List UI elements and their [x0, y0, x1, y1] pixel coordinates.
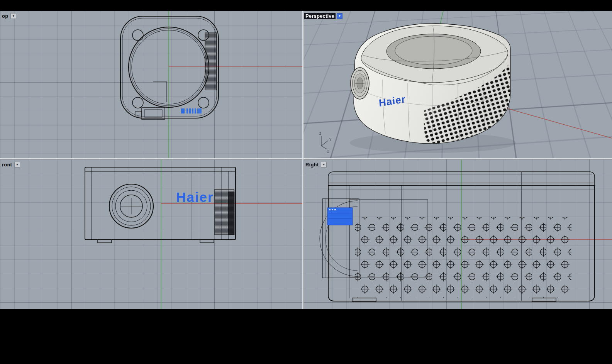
- side-lens[interactable]: [351, 68, 369, 99]
- brand-logo-front: Haier: [176, 190, 214, 205]
- viewport-title-front-text[interactable]: ront: [1, 161, 13, 168]
- model-front-view[interactable]: [85, 167, 236, 243]
- viewport-menu-chevron-icon[interactable]: ▾: [10, 13, 16, 19]
- front-view-canvas: Haier: [0, 159, 302, 309]
- viewport-top[interactable]: op ▾: [0, 11, 302, 158]
- application-window: op ▾: [0, 0, 612, 364]
- selected-object-highlight-right[interactable]: [327, 208, 353, 225]
- viewport-right[interactable]: Right ▾: [303, 159, 612, 309]
- x-axis-line: [506, 108, 612, 138]
- foot-left[interactable]: [98, 240, 112, 243]
- focus-wheel-knurl[interactable]: [205, 33, 217, 90]
- model-right-view[interactable]: [320, 172, 595, 302]
- bottom-black-region: [0, 309, 612, 364]
- viewport-title-front[interactable]: ront ▾: [1, 161, 20, 168]
- viewport-title-top-text[interactable]: op: [1, 13, 9, 19]
- viewport-front[interactable]: Haier ront ▾: [0, 159, 302, 309]
- model-perspective-view[interactable]: Haier: [351, 24, 510, 144]
- viewport-title-top[interactable]: op ▾: [1, 13, 16, 19]
- gizmo-y-label: y: [329, 137, 331, 141]
- top-view-canvas: [0, 11, 302, 158]
- axis-gizmo: [321, 136, 328, 149]
- viewport-title-perspective-text[interactable]: Perspective: [304, 13, 336, 19]
- perspective-view-canvas: Haier z y x: [303, 11, 612, 158]
- viewport-menu-chevron-icon[interactable]: ▾: [337, 13, 342, 19]
- right-view-canvas: [303, 159, 612, 309]
- top-black-strip: [0, 0, 612, 11]
- viewport-menu-chevron-icon[interactable]: ▾: [321, 162, 327, 168]
- selected-object-highlight-top[interactable]: [181, 108, 202, 113]
- viewport-title-perspective[interactable]: Perspective ▾: [304, 13, 342, 19]
- viewport-title-right[interactable]: Right ▾: [304, 161, 327, 168]
- speaker-grille-holes[interactable]: [355, 217, 571, 298]
- viewport-menu-chevron-icon[interactable]: ▾: [14, 162, 20, 168]
- gizmo-x-label: x: [327, 149, 329, 154]
- model-top-view[interactable]: [120, 16, 219, 119]
- foot-right[interactable]: [200, 240, 214, 243]
- viewport-title-right-text[interactable]: Right: [304, 161, 320, 168]
- gizmo-z-label: z: [319, 131, 321, 135]
- viewport-perspective[interactable]: Haier z y x Perspective ▾: [303, 11, 612, 158]
